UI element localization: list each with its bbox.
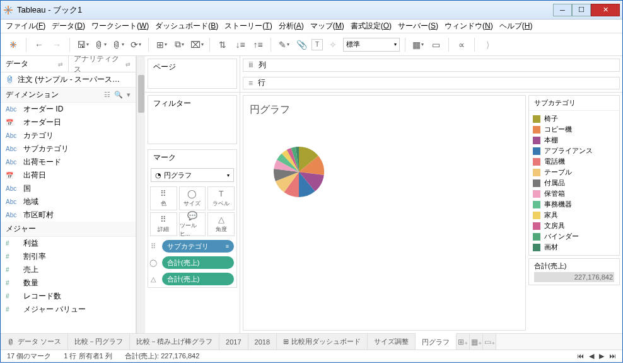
sheet-tab-3[interactable]: 2017 — [219, 334, 248, 350]
legend-item-5[interactable]: テーブル — [532, 167, 617, 178]
highlight-button[interactable]: ✎▾ — [276, 37, 291, 52]
pill-menu-icon[interactable]: ≡ — [226, 243, 229, 249]
dimension-8[interactable]: Abc市区町村 — [1, 208, 136, 222]
legend-item-8[interactable]: 事務機器 — [532, 199, 617, 210]
status-nav-next[interactable]: ▶ — [599, 352, 604, 360]
scrollbar[interactable] — [136, 56, 145, 333]
menu-item-0[interactable]: ファイル(F) — [6, 21, 45, 31]
search-icon[interactable]: 🔍 — [114, 91, 123, 99]
save-button[interactable]: 🖫▾ — [75, 37, 90, 52]
duplicate-button[interactable]: ⧉▾ — [172, 37, 187, 52]
menu-item-4[interactable]: ストーリー(T) — [224, 21, 272, 31]
mark-cell-label[interactable]: Tラベル — [207, 186, 235, 210]
measure-2[interactable]: #売上 — [1, 263, 136, 276]
sheet-tab-6[interactable]: サイズ調整 — [368, 334, 416, 350]
minimize-button[interactable]: ─ — [553, 4, 572, 16]
new-story-icon[interactable]: ▭₊ — [483, 334, 496, 350]
mark-type-select[interactable]: ◔円グラフ ▾ — [151, 168, 234, 182]
measure-4[interactable]: #レコード数 — [1, 290, 136, 303]
data-tab[interactable]: データ⇄ — [1, 56, 68, 72]
sort-asc-button[interactable]: ↓≡ — [233, 37, 248, 52]
menu-item-3[interactable]: ダッシュボード(B) — [155, 21, 218, 31]
legend-item-4[interactable]: 電話機 — [532, 156, 617, 167]
forward-button[interactable]: → — [49, 37, 64, 52]
view-toggle-icon[interactable]: ☷ — [104, 91, 110, 99]
mark-cell-detail[interactable]: ⠿詳細 — [150, 212, 177, 236]
dimension-0[interactable]: Abcオーダー ID — [1, 103, 136, 116]
marks-label-button[interactable]: T — [312, 39, 323, 50]
visualization-area[interactable]: 円グラフ — [243, 95, 526, 331]
close-button[interactable]: ✕ — [591, 4, 620, 16]
clear-button[interactable]: ⌧▾ — [189, 37, 204, 52]
sort-desc-button[interactable]: ↑≡ — [250, 37, 265, 52]
pin-button[interactable]: ✧ — [325, 37, 341, 52]
mark-cell-angle[interactable]: △角度 — [207, 212, 235, 236]
maximize-button[interactable]: ☐ — [572, 4, 591, 16]
pill-0[interactable]: サブカテゴリ≡ — [162, 240, 234, 253]
dimension-1[interactable]: 📅オーダー日 — [1, 116, 136, 129]
measure-0[interactable]: #利益 — [1, 237, 136, 250]
legend-list[interactable]: 椅子コピー機本棚アプライアンス電話機テーブル付属品保管箱事務機器家具文房具バイン… — [529, 111, 619, 255]
pie-chart[interactable] — [274, 147, 324, 197]
dimension-3[interactable]: Abcサブカテゴリ — [1, 142, 136, 156]
dimension-6[interactable]: Abc国 — [1, 182, 136, 195]
menu-item-5[interactable]: 分析(A) — [279, 21, 304, 31]
legend-item-2[interactable]: 本棚 — [532, 135, 617, 145]
pause-updates-button[interactable]: 🛢▾ — [110, 37, 125, 52]
legend-item-9[interactable]: 家具 — [532, 210, 617, 220]
show-cards-button[interactable]: ▦▾ — [410, 37, 426, 52]
status-nav-prev[interactable]: ◀ — [589, 352, 594, 360]
dimension-2[interactable]: Abcカテゴリ — [1, 129, 136, 142]
new-dashboard-icon[interactable]: ▦₊ — [470, 334, 483, 350]
dimension-7[interactable]: Abc地域 — [1, 195, 136, 208]
legend-item-1[interactable]: コピー機 — [532, 124, 617, 135]
menu-item-10[interactable]: ヘルプ(H) — [499, 21, 533, 31]
menu-icon[interactable]: ▾ — [127, 91, 131, 99]
pages-shelf[interactable]: ページ — [148, 59, 237, 89]
fit-select[interactable]: 標準▾ — [343, 38, 400, 52]
filters-shelf[interactable]: フィルター — [148, 95, 237, 144]
menu-item-9[interactable]: ウィンドウ(N) — [445, 21, 493, 31]
datasource-row[interactable]: 🛢 注文 (サンプル - スーパース… — [1, 72, 136, 88]
new-worksheet-button[interactable]: ⊞▾ — [154, 37, 169, 52]
mark-cell-size[interactable]: ◯サイズ — [179, 186, 206, 210]
sheet-tab-1[interactable]: 比較－円グラフ — [68, 334, 130, 350]
presentation-mode-button[interactable]: ▭ — [428, 37, 443, 52]
tableau-logo-button[interactable] — [6, 37, 21, 52]
group-button[interactable]: 📎 — [294, 37, 309, 52]
status-nav-first[interactable]: ⏮ — [577, 352, 584, 360]
menu-item-6[interactable]: マップ(M) — [310, 21, 344, 31]
columns-shelf[interactable]: ⅲ 列 — [243, 59, 620, 72]
status-nav-last[interactable]: ⏭ — [609, 352, 616, 360]
swap-button[interactable]: ⇅ — [215, 37, 230, 52]
show-me-button[interactable]: ⟩ — [480, 37, 495, 52]
legend-item-10[interactable]: 文房具 — [532, 220, 617, 231]
sheet-tab-2[interactable]: 比較－積み上げ棒グラフ — [130, 334, 219, 350]
pill-1[interactable]: 合計(売上) — [162, 256, 234, 269]
measure-1[interactable]: #割引率 — [1, 250, 136, 263]
refresh-button[interactable]: ⟳▾ — [128, 37, 143, 52]
dimension-4[interactable]: Abc出荷モード — [1, 156, 136, 169]
sheet-tab-0[interactable]: 🛢データ ソース — [1, 334, 68, 350]
legend-item-0[interactable]: 椅子 — [532, 113, 617, 124]
legend-item-3[interactable]: アプライアンス — [532, 145, 617, 156]
back-button[interactable]: ← — [32, 37, 47, 52]
menu-item-2[interactable]: ワークシート(W) — [91, 21, 149, 31]
mark-cell-tooltip[interactable]: 💬ツールヒ... — [179, 212, 206, 236]
legend-item-6[interactable]: 付属品 — [532, 178, 617, 188]
measure-3[interactable]: #数量 — [1, 276, 136, 290]
menu-item-7[interactable]: 書式設定(O) — [351, 21, 392, 31]
pill-2[interactable]: 合計(売上) — [162, 273, 234, 285]
new-worksheet-icon[interactable]: ⊞₊ — [457, 334, 470, 350]
new-datasource-button[interactable]: 🛢▾ — [93, 37, 108, 52]
legend-item-11[interactable]: バインダー — [532, 231, 617, 242]
dimension-5[interactable]: 📅出荷日 — [1, 169, 136, 182]
measure-5[interactable]: #メジャー バリュー — [1, 303, 136, 316]
share-button[interactable]: ∝ — [454, 37, 469, 52]
viz-title[interactable]: 円グラフ — [248, 101, 520, 122]
legend-item-12[interactable]: 画材 — [532, 242, 617, 253]
sheet-tab-5[interactable]: ⊞比較用ダッシュボード — [277, 334, 368, 350]
sheet-tab-4[interactable]: 2018 — [248, 334, 277, 350]
legend-item-7[interactable]: 保管箱 — [532, 188, 617, 199]
menu-item-1[interactable]: データ(D) — [52, 21, 85, 31]
